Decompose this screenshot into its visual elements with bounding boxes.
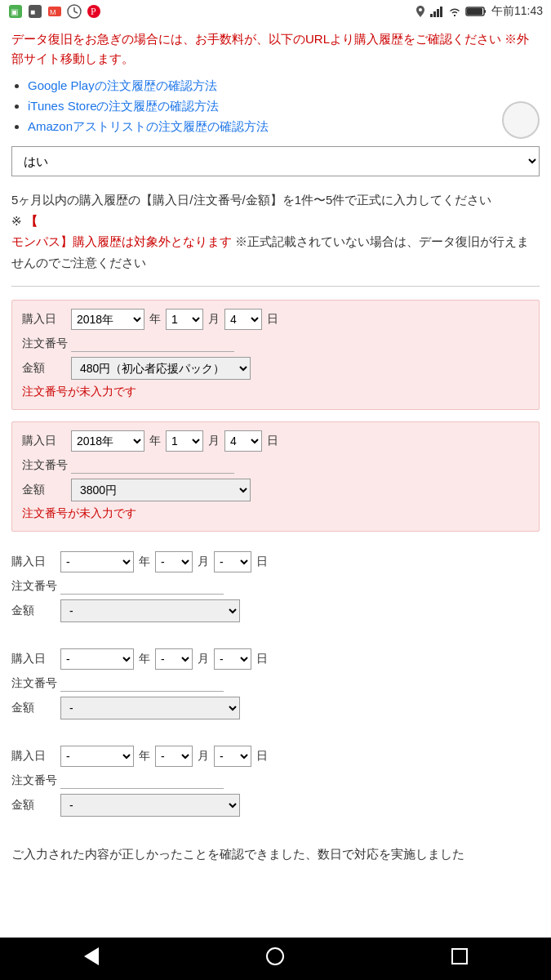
amount-label-3: 金額 [11, 604, 57, 618]
year-text-2: 年 [149, 434, 161, 448]
order-label-1: 注文番号 [22, 336, 68, 351]
year-select-1[interactable]: 2018年2017年2016年2015年2014年 [71, 309, 144, 330]
order-label-4: 注文番号 [11, 676, 57, 691]
month-text-3: 月 [198, 555, 209, 569]
date-row-3: 購入日 -2018年2017年2016年2015年2014年 年 -123456… [11, 551, 540, 572]
month-text-4: 月 [198, 652, 209, 666]
day-select-5[interactable]: -12345 [214, 746, 251, 767]
month-select-3[interactable]: -123456789101112 [155, 551, 193, 572]
svg-rect-14 [437, 9, 439, 17]
itunes-link[interactable]: iTunes Storeの注文履歴の確認方法 [28, 99, 220, 113]
status-bar-left: ▣ ■ M P [8, 4, 101, 19]
signal-icon [429, 6, 444, 17]
year-text-3: 年 [139, 555, 150, 569]
list-item: Amazonアストリストの注文履歴の確認方法 [28, 119, 540, 135]
google-play-link[interactable]: Google Playの注文履歴の確認方法 [28, 78, 217, 92]
month-select-2[interactable]: 123456789101112 [166, 430, 203, 452]
entry-block-4: 購入日 -2018年2017年2016年2015年2014年 年 -123456… [11, 640, 540, 734]
amount-select-4[interactable]: -480円（初心者応援パック）3800円960円1800円 [60, 697, 240, 719]
svg-rect-13 [433, 11, 436, 17]
divider [11, 286, 540, 287]
info-line1: 5ヶ月以内の購入履歴の【購入日/注文番号/金額】を1件〜5件で正式に入力してくだ… [11, 189, 540, 211]
order-input-3[interactable] [60, 577, 224, 595]
amount-row-5: 金額 -480円（初心者応援パック）3800円960円1800円 [11, 794, 540, 817]
svg-text:▣: ▣ [11, 7, 18, 16]
info-line3: モンパス】購入履歴は対象外となります ※正式記載されていない場合は、データ復旧が… [11, 231, 540, 273]
info-line2: ※ 【 [11, 211, 540, 232]
svg-rect-18 [467, 8, 482, 15]
order-label-2: 注文番号 [22, 458, 68, 473]
entry-block-1: 購入日 2018年2017年2016年2015年2014年 年 12345678… [11, 300, 540, 410]
location-icon [415, 5, 426, 18]
order-input-4[interactable] [60, 675, 224, 692]
wifi-icon [447, 6, 462, 17]
day-select-3[interactable]: -12345 [214, 551, 251, 572]
confirm-text: ご入力された内容が正しかったことを確認できました、数日で対応を実施しました [11, 844, 540, 864]
amount-label-4: 金額 [11, 701, 57, 715]
links-list: Google Playの注文履歴の確認方法 iTunes Storeの注文履歴の… [11, 78, 540, 135]
day-select-1[interactable]: 41235678910 [224, 309, 262, 330]
order-row-4: 注文番号 [11, 675, 540, 692]
year-select-4[interactable]: -2018年2017年2016年2015年2014年 [60, 648, 134, 670]
svg-point-11 [419, 8, 422, 11]
yes-no-select[interactable]: はい いいえ [11, 146, 540, 176]
order-row-2: 注文番号 [22, 457, 529, 474]
order-label-5: 注文番号 [11, 773, 57, 788]
status-bar: ▣ ■ M P 午前11:43 [0, 0, 551, 23]
svg-rect-15 [440, 7, 442, 17]
year-text-4: 年 [139, 652, 150, 666]
amount-select-1[interactable]: 480円（初心者応援パック）3800円960円1800円7600円 [71, 357, 251, 380]
amazon-link[interactable]: Amazonアストリストの注文履歴の確認方法 [28, 119, 269, 133]
amount-select-3[interactable]: -480円（初心者応援パック）3800円960円1800円 [60, 599, 240, 622]
date-row-5: 購入日 -2018年2017年2016年2015年2014年 年 -123456… [11, 746, 540, 767]
svg-rect-12 [430, 14, 433, 17]
error-text-1: 注文番号が未入力です [22, 385, 529, 399]
app-icon-1: ▣ [8, 4, 23, 19]
entry-block-2: 購入日 2018年2017年2016年2015年2014年 年 12345678… [11, 421, 540, 532]
day-select-2[interactable]: 41235678910 [224, 430, 262, 452]
entry-block-5: 購入日 -2018年2017年2016年2015年2014年 年 -123456… [11, 737, 540, 831]
list-item: iTunes Storeの注文履歴の確認方法 [28, 99, 540, 114]
red-bracket: 【 [25, 214, 38, 228]
amount-row-3: 金額 -480円（初心者応援パック）3800円960円1800円 [11, 599, 540, 622]
purchase-date-label-1: 購入日 [22, 312, 68, 327]
year-select-2[interactable]: 2018年2017年2016年2015年2014年 [71, 430, 144, 452]
yes-no-select-wrapper: はい いいえ [11, 146, 540, 176]
day-select-4[interactable]: -12345 [214, 648, 251, 670]
amount-select-2[interactable]: 3800円480円（初心者応援パック）960円1800円7600円 [71, 479, 251, 501]
month-select-5[interactable]: -123456789101112 [155, 746, 193, 767]
amount-label-5: 金額 [11, 798, 57, 813]
date-row-1: 購入日 2018年2017年2016年2015年2014年 年 12345678… [22, 309, 529, 330]
info-block: 5ヶ月以内の購入履歴の【購入日/注文番号/金額】を1件〜5件で正式に入力してくだ… [11, 189, 540, 273]
error-text-2: 注文番号が未入力です [22, 506, 529, 521]
clock-icon [67, 4, 82, 19]
battery-icon [465, 6, 487, 17]
amount-select-5[interactable]: -480円（初心者応援パック）3800円960円1800円 [60, 794, 240, 817]
order-input-5[interactable] [60, 772, 224, 789]
amount-row-1: 金額 480円（初心者応援パック）3800円960円1800円7600円 [22, 357, 529, 380]
month-select-1[interactable]: 123456789101112 [166, 309, 203, 330]
amount-row-4: 金額 -480円（初心者応援パック）3800円960円1800円 [11, 697, 540, 719]
order-row-1: 注文番号 [22, 335, 529, 352]
svg-line-8 [74, 11, 78, 13]
purchase-date-label-3: 購入日 [11, 555, 57, 569]
svg-text:M: M [50, 8, 56, 16]
year-select-5[interactable]: -2018年2017年2016年2015年2014年 [60, 746, 134, 767]
month-text-1: 月 [208, 312, 220, 327]
svg-text:P: P [91, 6, 96, 17]
month-text-5: 月 [198, 749, 209, 764]
entry-block-3: 購入日 -2018年2017年2016年2015年2014年 年 -123456… [11, 543, 540, 637]
pinterest-icon: P [87, 4, 101, 19]
time-display: 午前11:43 [491, 4, 543, 19]
order-input-2[interactable] [71, 457, 234, 474]
order-row-3: 注文番号 [11, 577, 540, 595]
year-select-3[interactable]: -2018年2017年2016年2015年2014年 [60, 551, 134, 572]
purchase-date-label-4: 購入日 [11, 652, 57, 666]
month-select-4[interactable]: -123456789101112 [155, 648, 193, 670]
order-input-1[interactable] [71, 335, 234, 352]
status-bar-right: 午前11:43 [415, 4, 543, 19]
list-item: Google Playの注文履歴の確認方法 [28, 78, 540, 94]
circle-button[interactable] [502, 101, 540, 139]
order-row-5: 注文番号 [11, 772, 540, 789]
purchase-date-label-5: 購入日 [11, 749, 57, 764]
